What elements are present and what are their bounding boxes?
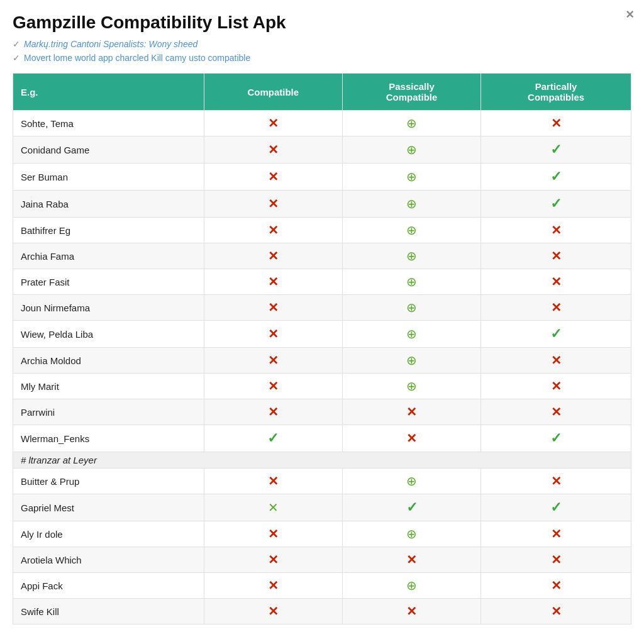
x-red-icon: ✕ [268,527,279,541]
close-button[interactable]: × [626,8,634,21]
subtitle2-text: Movert lome world app charcled Kill camy… [24,53,250,63]
compatibility-table: E.g. Compatible PassicallyCompatible Par… [13,73,631,625]
col-partically: ✕ [481,469,631,494]
col-passically: ✕ [342,399,480,425]
col-partically: ✕ [481,573,631,599]
check-green-icon: ✓ [550,169,562,184]
circle-plus-icon: ⊕ [406,579,417,592]
x-red-icon: ✕ [551,353,562,367]
row-name: Mly Marit [13,374,204,399]
header-partically: ParticallyCompatibles [481,74,631,111]
table-row: Archia Moldod✕⊕✕ [13,348,631,374]
col-compatible: ✓ [204,425,342,452]
x-red-icon: ✕ [406,604,417,618]
x-red-icon: ✕ [268,197,279,211]
table-row: Bathifrer Eg✕⊕✕ [13,218,631,243]
table-row: Aly Ir dole✕⊕✕ [13,521,631,547]
table-row: Swife Kill✕✕✕ [13,599,631,625]
col-passically: ⊕ [342,111,480,136]
col-partically: ✓ [481,191,631,218]
col-compatible: ✕ [204,521,342,547]
check-green-icon: ✓ [550,326,562,341]
col-compatible: ✕ [204,111,342,136]
x-red-icon: ✕ [551,527,562,541]
x-red-icon: ✕ [551,223,562,237]
table-row: Appi Fack✕⊕✕ [13,573,631,599]
check-green-icon: ✓ [267,430,279,446]
table-row: Parrwini✕✕✕ [13,399,631,425]
row-name: Arotiela Which [13,547,204,573]
circle-plus-icon: ⊕ [406,223,417,237]
x-red-icon: ✕ [268,405,279,419]
check-green-icon: ✓ [550,142,562,157]
table-row: Mly Marit✕⊕✕ [13,374,631,399]
col-partically: ✓ [481,136,631,164]
row-name: Aly Ir dole [13,521,204,547]
col-passically: ⊕ [342,243,480,269]
col-passically: ⊕ [342,191,480,218]
x-red-icon: ✕ [268,379,279,393]
col-compatible: ✕ [204,243,342,269]
x-red-icon: ✕ [551,579,562,592]
row-name: Parrwini [13,399,204,425]
col-compatible: ✕ [204,218,342,243]
col-compatible: ✕ [204,136,342,164]
circle-plus-icon: ⊕ [406,197,417,211]
row-name: Ser Buman [13,164,204,191]
x-red-icon: ✕ [551,301,562,314]
page-title: Gampzille Compatibility List Apk [13,13,631,33]
col-compatible: ✕ [204,573,342,599]
x-red-icon: ✕ [551,249,562,263]
col-compatible: ✕ [204,191,342,218]
table-row: Arotiela Which✕✕✕ [13,547,631,573]
row-name: Wiew, Pelda Liba [13,321,204,348]
col-partically: ✕ [481,111,631,136]
col-passically: ✕ [342,425,480,452]
table-row: Conidand Game✕⊕✓ [13,136,631,164]
col-compatible: ✕ [204,321,342,348]
x-red-icon: ✕ [268,116,279,130]
check-green-icon: ✓ [406,499,418,515]
table-row: Jaina Raba✕⊕✓ [13,191,631,218]
check-green-icon: ✓ [550,196,562,211]
row-name: Bathifrer Eg [13,218,204,243]
col-compatible: ✕ [204,547,342,573]
x-red-icon: ✕ [268,604,279,618]
x-red-icon: ✕ [551,116,562,130]
row-name: Swife Kill [13,599,204,625]
table-row: Wiew, Pelda Liba✕⊕✓ [13,321,631,348]
table-row: Ser Buman✕⊕✓ [13,164,631,191]
circle-plus-icon: ⊕ [406,275,417,289]
col-partically: ✕ [481,521,631,547]
col-compatible: ✕ [204,348,342,374]
check-icon-2: ✓ [13,53,20,63]
col-compatible: ✕ [204,374,342,399]
col-partically: ✕ [481,547,631,573]
col-passically: ⊕ [342,348,480,374]
col-partically: ✓ [481,321,631,348]
row-name: Archia Fama [13,243,204,269]
x-red-icon: ✕ [268,579,279,592]
x-red-icon: ✕ [268,170,279,184]
circle-plus-icon: ⊕ [406,301,417,314]
col-passically: ⊕ [342,573,480,599]
col-partically: ✓ [481,164,631,191]
col-partically: ✕ [481,243,631,269]
table-row: Archia Fama✕⊕✕ [13,243,631,269]
separator-row: # ltranzar at Leyer [13,452,631,469]
col-passically: ⊕ [342,164,480,191]
x-red-icon: ✕ [268,353,279,367]
col-compatible: ✕ [204,494,342,521]
x-red-icon: ✕ [268,327,279,341]
row-name: Conidand Game [13,136,204,164]
circle-plus-icon: ⊕ [406,527,417,541]
col-partically: ✓ [481,425,631,452]
subtitle1-text: Markų.tring Cantoni Spenalists: Wony she… [24,39,197,49]
col-compatible: ✕ [204,295,342,321]
table-row: Prater Fasit✕⊕✕ [13,269,631,295]
x-red-icon: ✕ [551,405,562,419]
x-red-icon: ✕ [551,275,562,289]
check-green-icon: ✓ [550,499,562,515]
row-name: Prater Fasit [13,269,204,295]
row-name: Buitter & Prup [13,469,204,494]
